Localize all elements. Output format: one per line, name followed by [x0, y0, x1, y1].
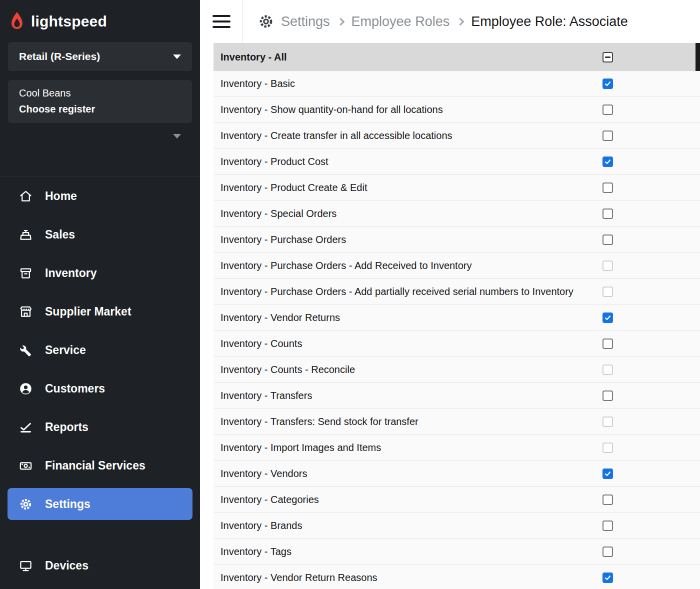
- permission-row: Inventory - Special Orders: [214, 201, 700, 227]
- chevron-right-icon: [336, 18, 344, 26]
- permission-checkbox: [602, 416, 613, 427]
- sidebar-nav-item-label: Settings: [45, 498, 90, 511]
- register-panel[interactable]: Cool Beans Choose register: [8, 80, 192, 123]
- permission-checkbox: [602, 286, 613, 297]
- sidebar-nav: Home Sales Inventory Supplier Market Ser…: [0, 176, 200, 585]
- permissions-table: Inventory - All Inventory - Basic Invent…: [214, 43, 700, 589]
- permission-checkbox: [602, 364, 613, 375]
- sidebar: lightspeed Retail (R-Series) Cool Beans …: [0, 0, 200, 589]
- permission-checkbox[interactable]: [602, 156, 613, 167]
- permission-checkbox[interactable]: [602, 234, 613, 245]
- permission-checkbox: [602, 260, 613, 271]
- settings-gear-icon: [18, 498, 33, 511]
- permission-checkbox[interactable]: [602, 130, 613, 141]
- main-area: Settings Employee Roles Employee Role: A…: [200, 0, 700, 589]
- sidebar-item-sales[interactable]: Sales: [0, 216, 200, 254]
- permission-row: Inventory - Show quantity-on-hand for al…: [214, 97, 700, 123]
- permission-checkbox[interactable]: [602, 546, 613, 557]
- permission-checkbox[interactable]: [602, 390, 613, 401]
- sidebar-item-reports[interactable]: Reports: [0, 408, 200, 446]
- breadcrumb: Settings Employee Roles Employee Role: A…: [243, 14, 628, 30]
- permission-checkbox: [602, 442, 613, 453]
- permission-row: Inventory - Transfers: [214, 383, 700, 409]
- permission-label: Inventory - Transfers: [220, 390, 322, 402]
- permission-label: Inventory - Basic: [220, 78, 305, 90]
- sidebar-nav-item-label: Sales: [45, 228, 75, 242]
- permission-checkbox[interactable]: [602, 338, 613, 349]
- lightspeed-logo: lightspeed: [0, 0, 200, 40]
- permission-row: Inventory - Transfers: Send stock for tr…: [214, 409, 700, 435]
- permission-row: Inventory - Brands: [214, 513, 700, 539]
- sidebar-nav-item-label: Inventory: [45, 266, 97, 280]
- sidebar-item-devices[interactable]: Devices: [0, 546, 200, 585]
- permission-row: Inventory - Basic: [214, 71, 700, 97]
- devices-icon: [18, 559, 33, 572]
- permission-label: Inventory - Purchase Orders - Add partia…: [220, 286, 584, 298]
- service-icon: [18, 344, 33, 357]
- permission-label: Inventory - Tags: [220, 546, 302, 558]
- permission-label: Inventory - Product Create & Edit: [220, 182, 377, 194]
- scrollbar-thumb[interactable]: [696, 43, 700, 71]
- sidebar-nav-item-label: Financial Services: [45, 459, 146, 472]
- sales-icon: [18, 228, 33, 242]
- permission-label: Inventory - Categories: [220, 494, 329, 506]
- permission-label: Inventory - Purchase Orders - Add Receiv…: [220, 260, 482, 272]
- chevron-down-icon: [173, 54, 181, 59]
- permission-row: Inventory - Purchase Orders - Add Receiv…: [214, 253, 700, 279]
- permission-checkbox[interactable]: [602, 312, 613, 323]
- permission-group-title: Inventory - All: [220, 52, 287, 63]
- sidebar-item-home[interactable]: Home: [0, 177, 200, 216]
- workspace-selector[interactable]: Retail (R-Series): [8, 42, 192, 71]
- inventory-icon: [18, 266, 33, 280]
- breadcrumb-settings[interactable]: Settings: [281, 14, 330, 30]
- permission-label: Inventory - Vendor Returns: [220, 312, 350, 324]
- permission-checkbox[interactable]: [602, 494, 613, 505]
- permissions-table-body: Inventory - Basic Inventory - Show quant…: [214, 71, 700, 589]
- permission-label: Inventory - Special Orders: [220, 208, 346, 220]
- hamburger-menu-button[interactable]: [200, 0, 242, 43]
- permission-label: Inventory - Show quantity-on-hand for al…: [220, 104, 453, 116]
- app: lightspeed Retail (R-Series) Cool Beans …: [0, 0, 700, 589]
- reports-icon: [18, 420, 33, 434]
- sidebar-item-settings[interactable]: Settings: [8, 488, 192, 520]
- sidebar-nav-item-label: Supplier Market: [45, 305, 132, 318]
- sidebar-item-financial-services[interactable]: Financial Services: [0, 446, 200, 485]
- sidebar-item-service[interactable]: Service: [0, 331, 200, 370]
- permission-row: Inventory - Create transfer in all acces…: [214, 123, 700, 149]
- permission-checkbox[interactable]: [602, 78, 613, 89]
- permission-label: Inventory - Transfers: Send stock for tr…: [220, 416, 428, 428]
- permission-row: Inventory - Import Images and Items: [214, 435, 700, 461]
- group-select-all-checkbox[interactable]: [602, 52, 613, 62]
- permission-checkbox[interactable]: [602, 208, 613, 219]
- sidebar-nav-item-label: Home: [45, 190, 77, 203]
- customers-icon: [18, 382, 33, 396]
- topbar: Settings Employee Roles Employee Role: A…: [200, 0, 700, 43]
- permission-label: Inventory - Import Images and Items: [220, 442, 391, 454]
- logo-text: lightspeed: [31, 13, 107, 30]
- sidebar-item-customers[interactable]: Customers: [0, 370, 200, 408]
- choose-register-link: Choose register: [19, 103, 181, 115]
- chevron-right-icon: [456, 18, 464, 26]
- permission-row: Inventory - Purchase Orders - Add partia…: [214, 279, 700, 305]
- permission-row: Inventory - Vendor Return Reasons: [214, 565, 700, 589]
- permission-label: Inventory - Purchase Orders: [220, 234, 356, 246]
- permission-checkbox[interactable]: [602, 520, 613, 531]
- permission-row: Inventory - Categories: [214, 487, 700, 513]
- sidebar-expand-toggle[interactable]: [0, 123, 200, 138]
- permission-checkbox[interactable]: [602, 182, 613, 193]
- permission-row: Inventory - Counts: [214, 331, 700, 357]
- permission-checkbox[interactable]: [602, 572, 613, 583]
- permission-label: Inventory - Vendor Return Reasons: [220, 572, 388, 584]
- sidebar-nav-item-label: Customers: [45, 382, 105, 396]
- workspace-selector-label: Retail (R-Series): [19, 50, 100, 62]
- permission-row: Inventory - Product Create & Edit: [214, 175, 700, 201]
- supplier-market-icon: [18, 305, 33, 318]
- sidebar-nav-item-label: Service: [45, 344, 86, 357]
- permission-label: Inventory - Counts - Reconcile: [220, 364, 365, 376]
- permission-checkbox[interactable]: [602, 468, 613, 479]
- financial-services-icon: [18, 459, 33, 472]
- permission-checkbox[interactable]: [602, 104, 613, 115]
- sidebar-item-supplier-market[interactable]: Supplier Market: [0, 292, 200, 331]
- sidebar-item-inventory[interactable]: Inventory: [0, 254, 200, 292]
- breadcrumb-employee-roles[interactable]: Employee Roles: [352, 14, 450, 30]
